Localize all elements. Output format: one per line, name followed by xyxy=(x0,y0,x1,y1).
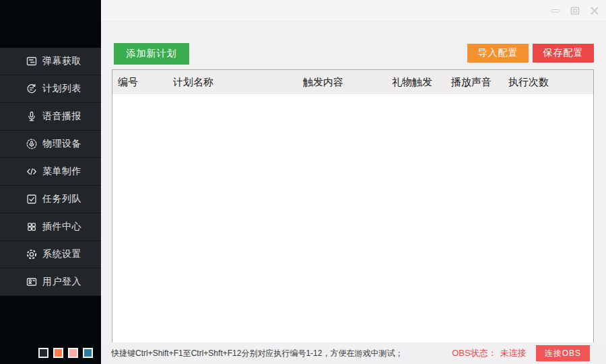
palette-swatch-pink[interactable] xyxy=(68,348,78,358)
sidebar-item-label: 用户登入 xyxy=(42,276,81,288)
sidebar: 弹幕获取 计划列表 xyxy=(0,0,101,364)
close-button[interactable] xyxy=(590,6,599,15)
obs-status-value: 未连接 xyxy=(500,348,527,358)
code-icon xyxy=(26,166,38,178)
close-icon xyxy=(590,6,599,15)
palette-swatch-dark[interactable] xyxy=(38,348,48,358)
task-check-icon xyxy=(26,193,38,205)
sidebar-item-label: 物理设备 xyxy=(42,138,81,150)
obs-status-label: OBS状态： xyxy=(452,348,496,358)
sidebar-menu: 弹幕获取 计划列表 xyxy=(0,48,101,296)
plan-table: 编号 计划名称 触发内容 礼物触发 播放声音 执行次数 xyxy=(112,69,594,342)
sidebar-item-plugin-center[interactable]: 插件中心 xyxy=(0,213,101,241)
plan-table-body[interactable] xyxy=(112,94,593,343)
sidebar-item-menu-maker[interactable]: 菜单制作 xyxy=(0,158,101,186)
sidebar-item-label: 任务列队 xyxy=(42,193,81,205)
minimize-icon xyxy=(551,6,560,15)
plugin-grid-icon xyxy=(26,221,38,233)
plan-table-header: 编号 计划名称 触发内容 礼物触发 播放声音 执行次数 xyxy=(112,70,593,94)
gear-icon xyxy=(26,248,38,260)
window-controls xyxy=(551,0,599,22)
theme-palette xyxy=(38,348,93,358)
hotkey-hint: 快捷键Ctrl+Shift+F1至Ctrl+Shft+F12分别对应执行编号1-… xyxy=(111,348,452,359)
sidebar-item-user-login[interactable]: 用户登入 xyxy=(0,268,101,296)
user-card-icon xyxy=(26,276,38,288)
sidebar-footer xyxy=(0,296,101,364)
app-window: 弹幕获取 计划列表 xyxy=(0,0,606,364)
column-header-id: 编号 xyxy=(112,76,173,89)
minimize-button[interactable] xyxy=(551,6,560,15)
sidebar-item-label: 计划列表 xyxy=(42,83,81,95)
sidebar-item-label: 语音播报 xyxy=(42,110,81,122)
column-header-plan-name: 计划名称 xyxy=(173,76,303,89)
plan-list-icon xyxy=(26,83,38,95)
main-area: 添加新计划 导入配置 保存配置 编号 计划名称 触发内容 礼物触发 播放声音 执… xyxy=(101,0,606,364)
column-header-trigger-content: 触发内容 xyxy=(303,76,392,89)
statusbar: 快捷键Ctrl+Shift+F1至Ctrl+Shft+F12分别对应执行编号1-… xyxy=(101,342,606,364)
sidebar-item-task-queue[interactable]: 任务列队 xyxy=(0,186,101,213)
maximize-button[interactable] xyxy=(570,6,580,15)
save-config-button[interactable]: 保存配置 xyxy=(533,44,594,63)
sidebar-item-label: 弹幕获取 xyxy=(42,55,81,67)
obs-status: OBS状态：未连接 xyxy=(452,347,526,359)
sidebar-item-label: 插件中心 xyxy=(42,221,81,233)
sidebar-item-plan-list[interactable]: 计划列表 xyxy=(0,75,101,103)
column-header-exec-count: 执行次数 xyxy=(508,76,593,89)
palette-swatch-teal[interactable] xyxy=(83,348,93,358)
logo-area xyxy=(0,0,101,48)
connect-obs-button[interactable]: 连接OBS xyxy=(536,345,590,361)
column-header-gift-trigger: 礼物触发 xyxy=(392,76,451,89)
danmaku-icon xyxy=(26,55,38,67)
sidebar-item-danmaku[interactable]: 弹幕获取 xyxy=(0,48,101,75)
titlebar xyxy=(101,0,606,22)
add-plan-button[interactable]: 添加新计划 xyxy=(114,43,189,65)
physical-device-icon xyxy=(26,138,38,150)
column-header-play-sound: 播放声音 xyxy=(451,76,508,89)
sidebar-item-voice-broadcast[interactable]: 语音播报 xyxy=(0,103,101,131)
sidebar-item-settings[interactable]: 系统设置 xyxy=(0,241,101,268)
maximize-icon xyxy=(570,6,580,15)
sidebar-item-label: 菜单制作 xyxy=(42,166,81,178)
voice-broadcast-icon xyxy=(26,110,38,122)
sidebar-item-physical-device[interactable]: 物理设备 xyxy=(0,131,101,158)
sidebar-item-label: 系统设置 xyxy=(42,248,81,260)
import-config-button[interactable]: 导入配置 xyxy=(467,44,529,63)
palette-swatch-orange[interactable] xyxy=(53,348,63,358)
